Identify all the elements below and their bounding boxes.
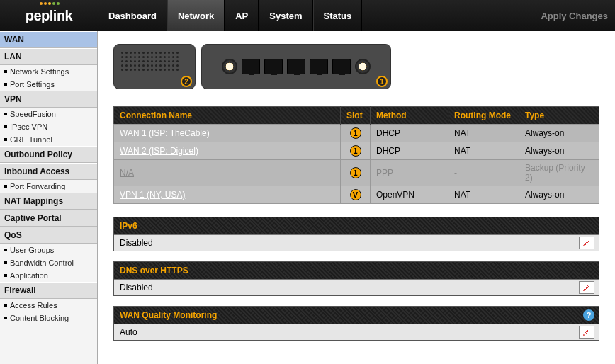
table-row: VPN 1 (NY, USA)VOpenVPNNATAlways-on bbox=[114, 186, 599, 204]
connection-link[interactable]: VPN 1 (NY, USA) bbox=[120, 190, 185, 200]
logo-dots-icon bbox=[40, 2, 60, 5]
sidebar-gre[interactable]: GRE Tunnel bbox=[0, 133, 97, 146]
ipv6-title: IPv6 bbox=[114, 217, 599, 234]
table-row: WAN 2 (ISP: Digicel)1DHCPNATAlways-on bbox=[114, 142, 599, 160]
ethernet-port-icon bbox=[310, 59, 328, 74]
main-nav: Dashboard Network AP System Status bbox=[98, 0, 362, 31]
wanqm-help-button[interactable]: ? bbox=[583, 309, 594, 321]
slot-badge-1: 1 bbox=[376, 76, 388, 87]
doh-title: DNS over HTTPS bbox=[114, 262, 599, 279]
vent-icon bbox=[121, 52, 188, 79]
slot-badge-icon: 1 bbox=[350, 145, 361, 157]
antenna-right-icon bbox=[355, 59, 371, 74]
pencil-icon bbox=[582, 328, 591, 336]
ipv6-edit-button[interactable] bbox=[579, 237, 594, 249]
sidebar-network-settings[interactable]: Network Settings bbox=[0, 65, 97, 78]
connection-link[interactable]: N/A bbox=[120, 168, 134, 178]
slot-badge-icon: 1 bbox=[350, 167, 361, 178]
brand-text: peplink bbox=[26, 8, 73, 24]
col-connection-name: Connection Name bbox=[114, 107, 341, 125]
cell-routing: - bbox=[448, 160, 519, 186]
wanqm-title: WAN Quality Monitoring ? bbox=[114, 307, 599, 324]
ethernet-port-icon bbox=[332, 59, 351, 74]
nav-dashboard[interactable]: Dashboard bbox=[98, 0, 167, 31]
doh-section: DNS over HTTPS Disabled bbox=[113, 261, 599, 296]
sidebar-port-settings[interactable]: Port Settings bbox=[0, 78, 97, 91]
slot-badge-icon: 1 bbox=[350, 127, 361, 139]
ipv6-section: IPv6 Disabled bbox=[113, 217, 599, 251]
main-content: 2 1 Connection Name Slot Method Rout bbox=[98, 31, 615, 364]
sidebar-content-blocking[interactable]: Content Blocking bbox=[0, 312, 97, 324]
wanqm-section: WAN Quality Monitoring ? Auto bbox=[113, 306, 599, 341]
connections-table: Connection Name Slot Method Routing Mode… bbox=[113, 106, 599, 204]
cell-method: DHCP bbox=[371, 125, 448, 142]
sidebar-ipsec[interactable]: IPsec VPN bbox=[0, 120, 97, 133]
antenna-left-icon bbox=[222, 59, 237, 74]
cell-routing: NAT bbox=[448, 142, 519, 160]
slot-badge-2: 2 bbox=[181, 76, 192, 87]
sidebar-lan[interactable]: LAN bbox=[0, 48, 97, 65]
sidebar-bandwidth-control[interactable]: Bandwidth Control bbox=[0, 256, 97, 269]
nav-ap[interactable]: AP bbox=[225, 0, 259, 31]
cell-method: PPP bbox=[371, 160, 448, 186]
col-slot: Slot bbox=[341, 107, 371, 125]
sidebar-port-forwarding[interactable]: Port Forwarding bbox=[0, 180, 97, 193]
pencil-icon bbox=[582, 239, 591, 247]
pencil-icon bbox=[582, 283, 591, 292]
ethernet-port-icon bbox=[287, 59, 305, 74]
wanqm-edit-button[interactable] bbox=[579, 326, 594, 339]
col-routing: Routing Mode bbox=[448, 107, 519, 125]
cell-routing: NAT bbox=[448, 125, 519, 142]
device-panel-2: 2 bbox=[113, 44, 196, 89]
sidebar-user-groups[interactable]: User Groups bbox=[0, 244, 97, 256]
cell-method: OpenVPN bbox=[371, 186, 448, 204]
table-row: WAN 1 (ISP: TheCable)1DHCPNATAlways-on bbox=[114, 125, 599, 142]
nav-network[interactable]: Network bbox=[167, 0, 225, 31]
col-type: Type bbox=[519, 107, 599, 125]
cell-type: Always-on bbox=[519, 142, 599, 160]
sidebar-outbound-policy[interactable]: Outbound Policy bbox=[0, 146, 97, 163]
sidebar-speedfusion[interactable]: SpeedFusion bbox=[0, 108, 97, 120]
sidebar-access-rules[interactable]: Access Rules bbox=[0, 299, 97, 312]
cell-method: DHCP bbox=[371, 142, 448, 160]
device-diagram: 2 1 bbox=[113, 44, 599, 89]
apply-changes-button[interactable]: Apply Changes bbox=[541, 11, 608, 21]
wanqm-value: Auto bbox=[120, 327, 137, 337]
sidebar-application[interactable]: Application bbox=[0, 269, 97, 282]
table-row: N/A1PPP-Backup (Priority 2) bbox=[114, 160, 599, 186]
cell-type: Always-on bbox=[519, 125, 599, 142]
sidebar-vpn[interactable]: VPN bbox=[0, 91, 97, 108]
sidebar-captive-portal[interactable]: Captive Portal bbox=[0, 210, 97, 227]
nav-status[interactable]: Status bbox=[313, 0, 363, 31]
sidebar-inbound-access[interactable]: Inbound Access bbox=[0, 163, 97, 180]
doh-edit-button[interactable] bbox=[579, 281, 594, 294]
cell-type: Backup (Priority 2) bbox=[519, 160, 599, 186]
ethernet-port-icon bbox=[264, 59, 283, 74]
ipv6-value: Disabled bbox=[120, 238, 153, 248]
sidebar-qos[interactable]: QoS bbox=[0, 227, 97, 244]
col-method: Method bbox=[371, 107, 448, 125]
doh-value: Disabled bbox=[120, 283, 153, 292]
sidebar-firewall[interactable]: Firewall bbox=[0, 282, 97, 299]
sidebar-wan[interactable]: WAN bbox=[0, 31, 97, 48]
connection-link[interactable]: WAN 1 (ISP: TheCable) bbox=[120, 128, 210, 138]
connection-link[interactable]: WAN 2 (ISP: Digicel) bbox=[120, 146, 198, 156]
cell-routing: NAT bbox=[448, 186, 519, 204]
ethernet-port-icon bbox=[242, 59, 260, 74]
cell-type: Always-on bbox=[519, 186, 599, 204]
slot-badge-icon: V bbox=[350, 189, 361, 200]
sidebar: WAN LAN Network Settings Port Settings V… bbox=[0, 31, 98, 364]
device-panel-1: 1 bbox=[201, 44, 391, 89]
topbar: peplink Dashboard Network AP System Stat… bbox=[0, 0, 615, 31]
brand-logo: peplink bbox=[0, 0, 98, 31]
nav-system[interactable]: System bbox=[259, 0, 312, 31]
sidebar-nat-mappings[interactable]: NAT Mappings bbox=[0, 193, 97, 210]
